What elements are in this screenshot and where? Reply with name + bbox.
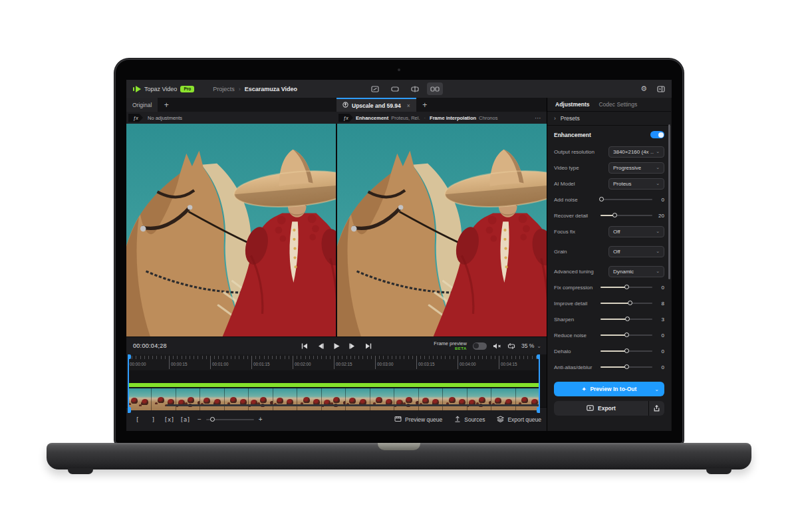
slider-knob[interactable] [612,213,617,217]
sidebar-scrollbar[interactable] [668,124,670,279]
chevron-down-icon: ⌄ [656,181,660,186]
filmstrip-thumbnail[interactable] [249,388,273,410]
select-output-resolution[interactable]: 3840×2160 (4x …⌄ [608,146,664,158]
tab-codec-settings[interactable]: Codec Settings [598,101,637,108]
filmstrip-thumbnail[interactable] [225,388,249,410]
slider-track[interactable] [600,350,652,352]
enhancement-toggle[interactable] [650,131,664,138]
filmstrip-thumbnail[interactable] [152,388,176,410]
mark-in-button[interactable]: [ [132,414,143,425]
side-by-side-view-icon[interactable] [427,82,443,95]
filmstrip-thumbnail[interactable] [273,388,297,410]
filmstrip-thumbnail[interactable] [467,388,491,410]
close-tab-icon[interactable]: × [407,102,410,109]
slider-knob[interactable] [210,417,215,422]
select-value: Off [613,249,620,255]
slider-track[interactable] [600,334,652,336]
slider-knob[interactable] [599,197,604,201]
filmstrip-thumbnail[interactable] [176,388,200,410]
play-icon[interactable] [332,341,342,351]
export-queue-button[interactable]: Export queue [497,416,541,424]
sources-button[interactable]: Sources [454,416,485,424]
step-back-icon[interactable] [316,341,326,351]
select-ai-model[interactable]: Proteus⌄ [608,178,664,190]
fx-bar: ƒx No adjustments ƒx Enhancement Proteus… [126,112,547,124]
mark-all-button[interactable]: [a] [180,414,191,425]
breadcrumb-projects[interactable]: Projects [213,86,235,92]
trim-loop-icon[interactable] [507,342,515,350]
slider-knob[interactable] [624,285,629,289]
filmstrip-thumbnail[interactable] [346,388,370,410]
clear-marks-button[interactable]: [x] [164,414,175,425]
app-top-bar: Topaz Video Pro Projects › Escaramuza Vi… [126,80,672,98]
tab-original[interactable]: Original [126,98,158,112]
slider-value: 0 [656,197,664,203]
mark-out-button[interactable]: ] [148,414,159,425]
zoom-out-icon[interactable]: − [198,416,201,423]
zoom-in-icon[interactable]: + [259,416,263,423]
in-point-marker[interactable] [128,354,129,413]
beta-badge: BETA [434,346,467,351]
timeline-zoom-slider[interactable] [206,419,254,420]
slider-value: 0 [656,364,664,370]
share-icon[interactable] [648,401,664,416]
preview-in-out-button[interactable]: ✦ Preview In to-Out ⌄ [554,382,664,396]
slider-track[interactable] [600,287,652,288]
slider-track[interactable] [600,215,652,216]
tab-adjustments[interactable]: Adjustments [555,101,589,108]
tab-upscale[interactable]: Upscale and 59.94 × [336,98,416,112]
filmstrip-thumbnail[interactable] [419,388,443,410]
slider-knob[interactable] [625,317,630,321]
slider-track[interactable] [600,199,652,200]
pane-menu-icon[interactable]: ⋯ [535,114,541,122]
filmstrip-thumbnail[interactable] [322,388,346,410]
add-tab-button[interactable]: + [158,98,175,112]
slider-track[interactable] [600,303,652,304]
playhead-marker[interactable] [539,354,540,413]
row-label: AI Model [554,181,575,187]
ruler-label: 00:04:15 [499,362,517,366]
slider-track[interactable] [600,366,652,368]
slider-knob[interactable] [628,301,632,305]
select-advanced-tuning[interactable]: Dynamic⌄ [608,266,664,277]
filmstrip[interactable] [128,388,540,410]
filmstrip-thumbnail[interactable] [200,388,224,410]
preview-queue-button[interactable]: Preview queue [394,416,442,424]
gear-icon[interactable]: ⚙ [640,84,647,93]
timeline-scrollbar[interactable] [166,404,540,406]
fit-view-icon[interactable] [367,82,383,95]
single-view-icon[interactable] [387,82,403,95]
skip-start-icon[interactable] [300,341,310,351]
filmstrip-thumbnail[interactable] [491,388,515,410]
sidebar-row-focus-fix: Focus fixOff⌄ [554,223,664,239]
select-grain[interactable]: Off⌄ [608,246,664,257]
select-video-type[interactable]: Progressive⌄ [608,162,664,174]
slider-knob[interactable] [624,348,629,353]
tab-strip: Original + Upscale and 59.94 × [126,98,547,112]
frame-preview-toggle[interactable] [473,342,487,350]
filmstrip-thumbnail[interactable] [443,388,467,410]
slider-knob[interactable] [624,364,629,369]
ruler-label: 00:02:15 [334,362,352,366]
skip-end-icon[interactable] [364,341,374,351]
slider-fill [600,319,628,320]
zoom-level-dropdown[interactable]: 35 % ⌄ [521,342,541,349]
preview-processed[interactable] [336,124,547,336]
add-tab-button-right[interactable]: + [416,98,434,112]
filmstrip-thumbnail[interactable] [394,388,418,410]
slider-track[interactable] [600,319,652,320]
export-button[interactable]: Export [554,401,648,416]
step-forward-icon[interactable] [348,341,358,351]
sidebar-row-reduce-noise: Reduce noise0 [554,327,664,343]
mute-icon[interactable] [493,342,501,350]
preview-original[interactable] [126,124,336,336]
filmstrip-thumbnail[interactable] [370,388,394,410]
split-view-icon[interactable] [407,82,423,95]
slider-knob[interactable] [624,332,629,337]
select-focus-fix[interactable]: Off⌄ [608,226,664,237]
toggle-right-panel-icon[interactable] [657,86,665,92]
timeline-ruler[interactable]: 00:00:0000:00:1500:01:0000:01:1500:02:00… [128,354,540,370]
presets-section[interactable]: › Presets [547,112,671,126]
filmstrip-thumbnail[interactable] [297,388,321,410]
filmstrip-thumbnail[interactable] [128,388,152,410]
